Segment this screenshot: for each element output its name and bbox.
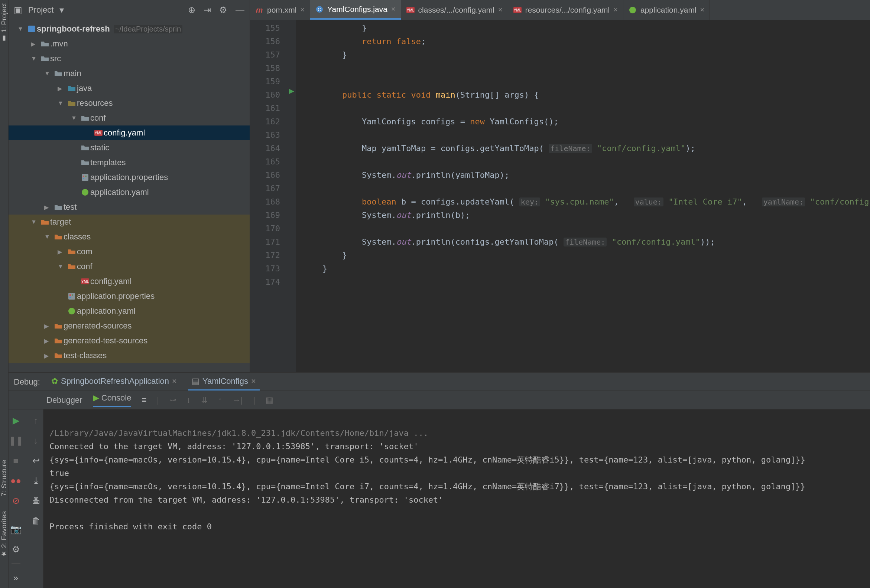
tree-item[interactable]: ▶test-classes	[9, 348, 250, 363]
tree-item[interactable]: ▶.mvn	[9, 36, 250, 51]
tree-item[interactable]: ▶generated-test-sources	[9, 333, 250, 348]
folder-target-icon	[53, 233, 64, 240]
run-icon[interactable]: ▶	[287, 87, 296, 95]
tree-item[interactable]: ▼resources	[9, 96, 250, 111]
step-into-icon[interactable]: ↓	[186, 395, 191, 405]
svg-rect-4	[83, 175, 84, 177]
project-panel-title: Project	[28, 5, 54, 15]
close-icon[interactable]: ×	[172, 376, 177, 386]
folder-target-icon	[53, 337, 64, 344]
debug-title: Debug:	[14, 377, 40, 387]
left-tool-gutter: ▮1: Project 7: Structure ★2: Favorites	[0, 0, 9, 588]
tree-root[interactable]: ▼ springboot-refresh ~/IdeaProjects/spri…	[9, 22, 250, 36]
pause-icon[interactable]: ❚❚	[9, 433, 24, 448]
tree-item[interactable]: application.properties	[9, 289, 250, 304]
folder-icon	[80, 115, 90, 122]
scroll-end-icon[interactable]: ⤓	[28, 473, 43, 488]
force-step-icon[interactable]: ⇊	[201, 395, 208, 405]
soft-wrap-icon[interactable]: ↩	[28, 453, 43, 468]
svg-point-21	[629, 7, 636, 13]
yaml-icon: YML	[93, 129, 104, 137]
tree-item[interactable]: YMLconfig.yaml	[9, 274, 250, 289]
run-to-cursor-icon[interactable]: →|	[232, 395, 243, 405]
project-panel-header: ▣ Project ▾ ⊕ ⇥ ⚙ —	[9, 0, 250, 20]
folder-target-icon	[67, 263, 77, 270]
editor-tab[interactable]: application.yaml×	[623, 0, 710, 20]
threads-icon[interactable]: ≡	[142, 395, 146, 405]
print-icon[interactable]: 🖶	[28, 493, 43, 508]
debug-config-tab-1[interactable]: ✿ SpringbootRefreshApplication ×	[48, 373, 180, 391]
evaluate-icon[interactable]: ▦	[266, 395, 273, 405]
hide-icon[interactable]: —	[233, 5, 247, 15]
tree-item[interactable]: ▶java	[9, 81, 250, 96]
yaml-icon: YML	[513, 6, 521, 14]
collapse-icon[interactable]: ⇥	[201, 5, 213, 15]
tree-item[interactable]: ▼classes	[9, 229, 250, 244]
editor-tab[interactable]: YMLresources/.../config.yaml×	[508, 0, 623, 20]
svg-point-7	[82, 189, 88, 196]
close-icon[interactable]: ×	[613, 6, 618, 14]
camera-icon[interactable]: 📷	[9, 522, 24, 537]
svg-rect-11	[70, 294, 71, 296]
tree-item[interactable]: ▼src	[9, 51, 250, 66]
project-tree[interactable]: ▼ springboot-refresh ~/IdeaProjects/spri…	[9, 20, 250, 372]
debug-left-toolbar: ▶ ❚❚ ■ ●● ⊘ 📷 ⚙ » ↑	[9, 410, 43, 588]
editor-tab[interactable]: mpom.xml×	[250, 0, 310, 20]
console-tab[interactable]: ▶ Console	[93, 393, 131, 407]
tree-item[interactable]: ▼conf	[9, 111, 250, 125]
debugger-tab[interactable]: Debugger	[46, 395, 82, 405]
svg-rect-13	[70, 297, 71, 298]
close-icon[interactable]: ×	[251, 376, 256, 386]
tree-item[interactable]: templates	[9, 155, 250, 170]
step-over-icon[interactable]: ⤻	[169, 395, 176, 405]
tree-item[interactable]: static	[9, 140, 250, 155]
close-icon[interactable]: ×	[391, 5, 396, 13]
breakpoints-icon[interactable]: ●●	[9, 473, 24, 488]
tree-item[interactable]: application.properties	[9, 170, 250, 185]
editor-tab[interactable]: YMLclasses/.../config.yaml×	[401, 0, 508, 20]
tree-item[interactable]: ▼conf	[9, 259, 250, 274]
favorites-tool-button[interactable]: ★2: Favorites	[0, 511, 8, 558]
down-icon[interactable]: ↓	[28, 433, 43, 448]
close-icon[interactable]: ×	[300, 6, 305, 14]
close-icon[interactable]: ×	[700, 6, 705, 14]
rerun-icon[interactable]: ▶	[9, 413, 24, 428]
code-editor[interactable]: } return false; } public static void mai…	[296, 20, 870, 372]
project-panel: ▣ Project ▾ ⊕ ⇥ ⚙ — ▼ springboot-refresh…	[9, 0, 250, 372]
structure-tool-button[interactable]: 7: Structure	[0, 460, 8, 496]
debug-header: Debug: ✿ SpringbootRefreshApplication × …	[9, 373, 870, 391]
tree-item[interactable]: application.yaml	[9, 185, 250, 200]
editor-area: mpom.xml×CYamlConfigs.java×YMLclasses/..…	[250, 0, 870, 372]
tree-item[interactable]: YMLconfig.yaml	[9, 125, 250, 140]
debug-config-tab-2[interactable]: ▤ YamlConfigs ×	[188, 373, 260, 391]
svg-text:C: C	[317, 7, 321, 12]
folder-res-icon	[67, 100, 77, 107]
console-output[interactable]: /Library/Java/JavaVirtualMachines/jdk1.8…	[43, 410, 870, 588]
locate-icon[interactable]: ⊕	[186, 5, 198, 15]
line-gutter[interactable]: 155 156 157 158 159 160 161 162 163 164 …	[250, 20, 287, 372]
module-icon	[26, 25, 37, 33]
chevron-down-icon[interactable]: ▾	[57, 5, 66, 15]
tree-item[interactable]: ▼main	[9, 66, 250, 81]
tree-item[interactable]: ▶com	[9, 244, 250, 259]
mute-breakpoints-icon[interactable]: ⊘	[9, 493, 24, 508]
close-icon[interactable]: ×	[498, 6, 503, 14]
stop-icon[interactable]: ■	[9, 453, 24, 468]
step-out-icon[interactable]: ↑	[218, 395, 222, 405]
settings-icon[interactable]: ⚙	[9, 542, 24, 557]
tree-item[interactable]: ▼target	[9, 215, 250, 229]
project-view-icon[interactable]: ▣	[12, 5, 24, 15]
props-icon	[67, 293, 77, 300]
clear-icon[interactable]: 🗑	[28, 514, 43, 528]
tree-item[interactable]: ▶generated-sources	[9, 319, 250, 333]
svg-rect-12	[72, 294, 73, 296]
gear-icon[interactable]: ⚙	[217, 5, 229, 15]
folder-target-icon	[67, 248, 77, 255]
folder-icon	[80, 144, 90, 151]
project-tool-button[interactable]: ▮1: Project	[0, 3, 8, 43]
up-icon[interactable]: ↑	[28, 413, 43, 428]
editor-tab[interactable]: CYamlConfigs.java×	[310, 0, 401, 20]
tree-item[interactable]: ▶test	[9, 200, 250, 215]
tree-item[interactable]: application.yaml	[9, 304, 250, 319]
more-icon[interactable]: »	[9, 570, 24, 585]
